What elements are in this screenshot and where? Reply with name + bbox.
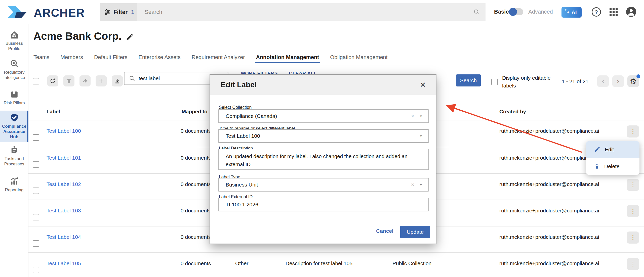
global-search-input[interactable] [137, 9, 473, 15]
table-row: Test Label 105 0 documents Other Descrip… [28, 252, 644, 277]
label-search-input[interactable] [139, 75, 219, 81]
search-button[interactable]: Search [456, 74, 481, 86]
row-checkbox[interactable] [33, 240, 39, 247]
ai-label: AI [572, 9, 577, 15]
dialog-header: Edit Label ✕ [210, 75, 436, 95]
label-type-dropdown[interactable]: Business Unit ✕ ▾ [218, 178, 429, 192]
chevron-down-icon[interactable]: ▾ [420, 182, 422, 187]
label-link[interactable]: Test Label 105 [47, 260, 81, 266]
dialog-title: Edit Label [221, 80, 257, 89]
sidebar-item-business-profile[interactable]: Business Profile [0, 28, 28, 54]
mapped-cell: 0 documents [181, 128, 211, 134]
clear-icon[interactable]: ✕ [411, 182, 414, 187]
trash-icon [66, 78, 72, 84]
created-by-cell: ruth.mckenzie+prodcluster@compliance.ai [499, 234, 599, 240]
edit-title-pencil-icon[interactable] [126, 33, 133, 41]
sidebar-item-regulatory-intelligence[interactable]: Regulatory Intelligence [0, 57, 28, 83]
chevron-down-icon[interactable]: ▾ [420, 114, 422, 118]
filter-count-badge: 1 [131, 9, 134, 16]
row-checkbox[interactable] [33, 134, 39, 141]
help-icon[interactable]: ? [592, 7, 601, 17]
tab-enterprise-assets[interactable]: Enterprise Assets [139, 52, 181, 63]
prev-page-button[interactable]: ‹ [597, 75, 609, 87]
tab-default-filters[interactable]: Default Filters [94, 52, 128, 63]
tab-teams[interactable]: Teams [33, 52, 49, 63]
label-link[interactable]: Test Label 104 [47, 234, 81, 240]
created-by-cell: ruth.mckenzie+prodcluster@compliance.ai [499, 128, 599, 134]
row-context-menu: Edit Delete [586, 141, 639, 175]
next-page-button[interactable]: › [612, 75, 624, 87]
row-actions-kebab[interactable]: ⋮ [627, 232, 639, 244]
label-name-value: Test Label 100 [226, 133, 420, 139]
mapped-cell: 0 documents [181, 181, 211, 187]
cancel-button[interactable]: Cancel [376, 228, 393, 234]
row-checkbox[interactable] [33, 188, 39, 194]
share-button[interactable] [79, 75, 91, 86]
basic-advanced-toggle[interactable] [510, 8, 523, 15]
mapped-cell: 0 documents [181, 155, 211, 161]
add-button[interactable] [96, 75, 107, 86]
created-by-cell: ruth.mckenzie+prodcluster@compliance.ai [499, 181, 599, 187]
tabs-divider [28, 63, 644, 63]
label-link[interactable]: Test Label 102 [47, 181, 81, 187]
filter-button[interactable]: Filter 1 [100, 3, 137, 21]
chevron-down-icon[interactable]: ▾ [420, 134, 422, 138]
display-editable-checkbox[interactable] [491, 79, 498, 85]
tab-members[interactable]: Members [60, 52, 83, 63]
row-checkbox[interactable] [33, 267, 39, 273]
user-avatar-icon[interactable] [626, 7, 636, 17]
sidebar-item-compliance-assurance-hub[interactable]: Compliance Assurance Hub [0, 111, 28, 142]
description-textarea[interactable]: An updated description for my label. I a… [218, 149, 429, 170]
house-icon [10, 31, 19, 39]
clear-all-link[interactable]: CLEAR ALL [289, 71, 317, 74]
sidebar-item-risk-pillars[interactable]: Risk Pillars [0, 88, 28, 108]
toggle-knob [509, 8, 517, 16]
label-type-value: Business Unit [226, 182, 411, 188]
collection-cell: Public Collection [392, 260, 431, 266]
clear-icon[interactable]: ✕ [411, 114, 414, 119]
kebab-icon: ⋮ [630, 181, 636, 188]
label-link[interactable]: Test Label 103 [47, 208, 81, 214]
row-actions-kebab[interactable]: ⋮ [627, 205, 639, 217]
row-actions-kebab[interactable]: ⋮ [627, 179, 639, 191]
select-all-checkbox[interactable] [33, 78, 39, 84]
created-by-cell: ruth.mckenzie+prodcluster@compliance.ai [499, 155, 599, 161]
trash-icon [594, 163, 600, 169]
col-header-created-by: Created by [499, 109, 526, 115]
external-id-field[interactable]: TL100.1.2026 [218, 198, 429, 211]
sidebar-item-reporting[interactable]: Reporting [0, 174, 28, 195]
label-name-dropdown[interactable]: Test Label 100 ▾ [218, 129, 429, 143]
settings-notification-dot [636, 74, 640, 78]
ai-button[interactable]: +✦ AI [561, 7, 582, 18]
delete-button[interactable] [63, 75, 74, 86]
update-button[interactable]: Update [400, 226, 430, 238]
tab-obligation-management[interactable]: Obligation Management [330, 52, 387, 63]
tab-requirement-analyzer[interactable]: Requirement Analyzer [192, 52, 245, 63]
app-grid-icon[interactable] [610, 8, 618, 16]
row-checkbox[interactable] [33, 161, 39, 168]
refresh-button[interactable] [47, 75, 58, 86]
row-actions-kebab[interactable]: ⋮ [627, 125, 639, 137]
context-menu-delete[interactable]: Delete [586, 158, 639, 175]
advanced-mode-label: Advanced [528, 9, 553, 15]
close-icon[interactable]: ✕ [420, 81, 426, 89]
mapped-cell: 0 documents [181, 208, 211, 214]
chart-arrow-icon [10, 177, 19, 186]
sidebar-nav: Business Profile Regulatory Intelligence… [0, 24, 28, 277]
shield-check-icon [10, 113, 19, 122]
delete-menu-label: Delete [604, 163, 620, 169]
row-actions-kebab[interactable]: ⋮ [627, 258, 639, 270]
context-menu-edit[interactable]: Edit [586, 141, 639, 158]
page-title: Acme Bank Corp. [33, 30, 122, 42]
sidebar-item-tasks-and-processes[interactable]: Tasks and Processes [0, 143, 28, 169]
tab-annotation-management[interactable]: Annotation Management [256, 52, 319, 63]
more-filters-link[interactable]: MORE FILTERS [241, 71, 278, 74]
global-search-bar[interactable] [137, 3, 486, 21]
label-link[interactable]: Test Label 100 [47, 128, 81, 134]
collection-dropdown[interactable]: Compliance (Canada) ✕ ▾ [218, 109, 429, 123]
download-button[interactable] [112, 75, 123, 86]
label-link[interactable]: Test Label 101 [47, 155, 81, 161]
external-id-value: TL100.1.2026 [226, 202, 428, 208]
basic-mode-label: Basic [494, 9, 509, 15]
row-checkbox[interactable] [33, 214, 39, 220]
